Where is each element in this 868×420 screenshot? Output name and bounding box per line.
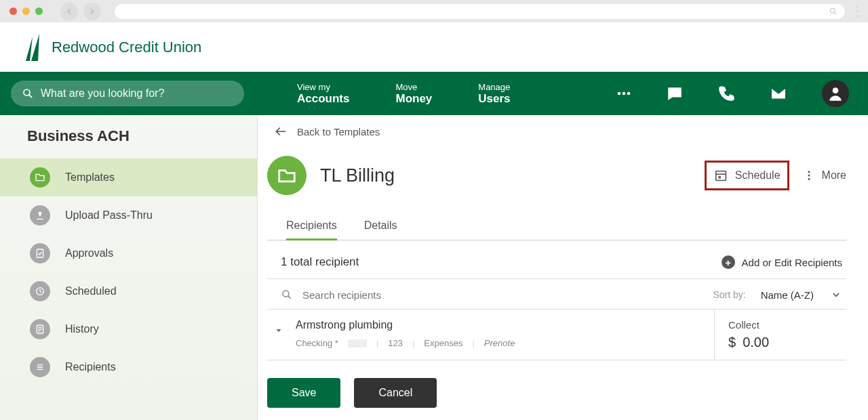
svg-rect-10 (718, 176, 721, 179)
recipient-category: Expenses (424, 338, 462, 348)
nav-money[interactable]: Move Money (395, 82, 432, 106)
more-vert-icon (803, 169, 815, 182)
window-maximize-button[interactable] (35, 7, 43, 15)
browser-back-button[interactable] (60, 3, 78, 20)
chevron-down-icon[interactable] (830, 289, 842, 301)
arrow-left-icon (274, 125, 288, 138)
add-edit-recipients-button[interactable]: + Add or Edit Recipients (722, 255, 842, 269)
recipients-search-input[interactable] (302, 289, 703, 301)
primary-nav: What are you looking for? View my Accoun… (0, 72, 868, 115)
nav-money-subtitle: Move (395, 82, 432, 92)
back-label: Back to Templates (297, 126, 380, 138)
nav-users-label: Users (478, 92, 510, 106)
list-icon (30, 357, 50, 377)
folder-icon (30, 167, 50, 188)
more-label: More (822, 169, 846, 182)
upload-icon (30, 205, 50, 226)
main-content: Back to Templates TL Billing Schedule Mo… (258, 115, 868, 420)
add-edit-label: Add or Edit Recipients (742, 257, 842, 268)
svg-rect-9 (715, 171, 726, 181)
nav-more-icon[interactable] (616, 85, 632, 102)
schedule-button[interactable]: Schedule (705, 161, 789, 190)
svg-point-5 (833, 87, 839, 93)
collect-label: Collect (728, 319, 833, 331)
check-clipboard-icon (30, 243, 50, 264)
avatar-button[interactable] (822, 80, 849, 107)
url-search-icon (829, 7, 838, 16)
svg-point-4 (627, 92, 631, 96)
nav-accounts-label: Accounts (297, 92, 349, 106)
cancel-button[interactable]: Cancel (354, 378, 437, 408)
more-button[interactable]: More (803, 169, 846, 182)
save-button[interactable]: Save (267, 378, 340, 408)
tab-recipients[interactable]: Recipients (286, 219, 337, 240)
brand-name: Redwood Credit Union (52, 39, 201, 56)
collect-amount[interactable]: $0.00 (728, 335, 833, 350)
svg-point-14 (283, 291, 289, 297)
svg-point-2 (618, 92, 621, 96)
sidebar-item-label: Recipients (65, 361, 116, 373)
browser-chrome (0, 0, 868, 22)
logo-icon (24, 34, 45, 61)
sidebar-item-approvals[interactable]: Approvals (0, 234, 257, 272)
recipients-total-label: 1 total recipient (281, 255, 359, 269)
svg-rect-6 (37, 249, 43, 257)
sidebar-item-scheduled[interactable]: Scheduled (0, 272, 257, 310)
chat-icon[interactable] (666, 85, 684, 102)
sidebar-item-recipients[interactable]: Recipients (0, 348, 257, 386)
calendar-icon (713, 168, 728, 183)
svg-point-12 (808, 175, 810, 177)
sort-value[interactable]: Name (A-Z) (761, 289, 814, 301)
search-icon (281, 289, 293, 301)
search-icon (22, 87, 34, 100)
sidebar-item-label: Templates (65, 171, 115, 184)
template-title: TL Billing (320, 165, 705, 186)
nav-money-label: Money (395, 92, 432, 106)
tabs: Recipients Details (267, 203, 846, 240)
sidebar-item-templates[interactable]: Templates (0, 159, 257, 196)
recipient-id: 123 (388, 338, 403, 348)
svg-point-3 (623, 92, 626, 96)
sidebar: Business ACH Templates Upload Pass-Thru … (0, 115, 258, 420)
sidebar-item-label: Upload Pass-Thru (65, 209, 153, 222)
tab-details[interactable]: Details (364, 219, 397, 240)
global-search[interactable]: What are you looking for? (11, 81, 244, 106)
history-icon (30, 319, 50, 339)
plus-icon: + (722, 255, 735, 269)
browser-menu-button[interactable] (856, 5, 859, 18)
sidebar-item-label: Approvals (65, 247, 113, 259)
recipient-name: Armstrong plumbing (296, 319, 515, 331)
url-bar[interactable] (115, 4, 845, 19)
nav-users[interactable]: Manage Users (478, 82, 510, 106)
recipient-status: Prenote (484, 338, 515, 348)
template-folder-icon (267, 156, 307, 195)
window-minimize-button[interactable] (22, 7, 30, 15)
svg-point-13 (808, 178, 810, 180)
expand-recipient-button[interactable] (274, 319, 289, 335)
traffic-lights (9, 7, 43, 15)
recipient-account-label: Checking * (296, 338, 338, 348)
browser-nav-buttons (60, 3, 101, 20)
search-placeholder: What are you looking for? (41, 87, 164, 100)
sidebar-title: Business ACH (0, 115, 257, 159)
window-close-button[interactable] (9, 7, 17, 15)
logo-area: Redwood Credit Union (0, 22, 868, 72)
mail-icon[interactable] (769, 84, 788, 103)
sidebar-item-label: History (65, 323, 99, 335)
nav-users-subtitle: Manage (478, 82, 510, 92)
browser-forward-button[interactable] (83, 3, 101, 20)
schedule-label: Schedule (735, 169, 781, 182)
sort-label: Sort by: (713, 289, 745, 300)
back-to-templates-link[interactable]: Back to Templates (267, 115, 846, 149)
sidebar-item-label: Scheduled (65, 285, 117, 297)
nav-accounts[interactable]: View my Accounts (297, 82, 349, 106)
phone-icon[interactable] (717, 85, 735, 102)
recipient-row: Armstrong plumbing Checking * | 123 | Ex… (267, 310, 846, 360)
masked-account (348, 339, 367, 348)
nav-accounts-subtitle: View my (297, 82, 349, 92)
svg-point-11 (808, 171, 810, 173)
sidebar-item-upload[interactable]: Upload Pass-Thru (0, 196, 257, 234)
sidebar-item-history[interactable]: History (0, 310, 257, 348)
clock-icon (30, 281, 50, 301)
